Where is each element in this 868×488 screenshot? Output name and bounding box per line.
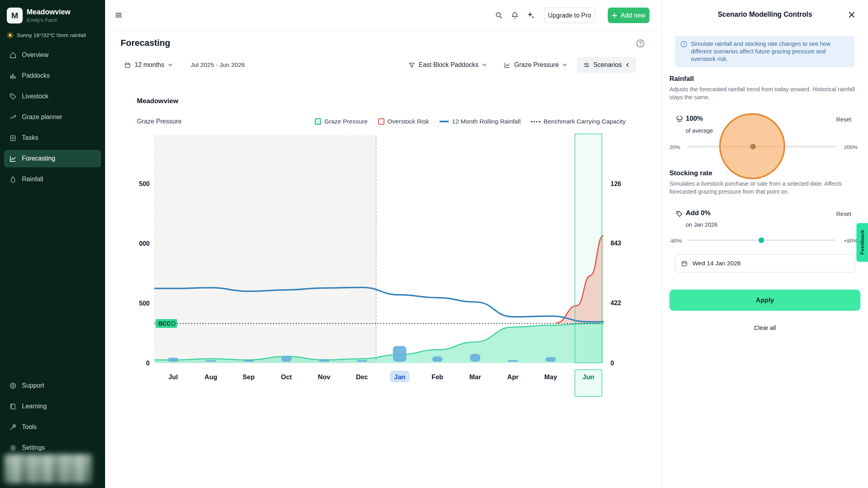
farm-name: Emily's Farm <box>27 17 58 23</box>
sun-icon <box>7 32 14 39</box>
svg-text:843: 843 <box>611 240 621 247</box>
apply-button[interactable]: Apply <box>669 290 860 311</box>
svg-text:Feb: Feb <box>431 373 443 380</box>
svg-text:500: 500 <box>139 180 150 187</box>
sidebar-item-label: Livestock <box>22 93 49 100</box>
rainfall-value-suffix: of average <box>686 127 713 134</box>
rainfall-slider-handle[interactable] <box>750 144 756 149</box>
stocking-value: Add 0% <box>686 209 710 217</box>
sidebar-item-overview[interactable]: Overview <box>4 46 101 64</box>
calendar-icon <box>124 62 131 69</box>
user-profile-redacted[interactable] <box>4 454 92 484</box>
chevron-down-icon <box>562 63 567 67</box>
add-new-label: Add new <box>620 12 645 19</box>
droplet-icon <box>9 176 17 183</box>
chevron-down-icon <box>482 63 487 67</box>
svg-text:422: 422 <box>611 300 621 306</box>
scenarios-label: Scenarios <box>593 61 622 69</box>
page-title: Forecasting <box>121 38 170 48</box>
legend-swatch-red <box>378 118 384 125</box>
info-icon <box>680 41 687 48</box>
app-logo[interactable]: M <box>7 8 23 24</box>
svg-text:Sep: Sep <box>243 373 255 380</box>
date-range-text: Jul 2025 - Jun 2026 <box>191 57 245 73</box>
add-new-button[interactable]: Add new <box>608 8 650 23</box>
legend-label: Overstock Risk <box>388 118 429 125</box>
svg-text:500: 500 <box>139 300 150 307</box>
sidebar-item-paddocks[interactable]: Paddocks <box>4 67 101 84</box>
tag-icon <box>676 210 683 218</box>
sidebar-item-label: Support <box>22 382 44 389</box>
sidebar-item-livestock[interactable]: Livestock <box>4 88 101 105</box>
panel-info-note: Simulate rainfall and stocking rate chan… <box>675 36 855 67</box>
metric-dropdown[interactable]: Graze Pressure <box>500 57 571 73</box>
chart-legend: Graze Pressure Overstock Risk 12 Month R… <box>315 118 626 125</box>
sidebar-item-label: Learning <box>22 403 47 410</box>
svg-text:Dec: Dec <box>356 373 368 380</box>
range-dropdown[interactable]: 12 months <box>120 57 177 73</box>
svg-text:Jun: Jun <box>583 373 594 380</box>
legend-swatch-blue <box>439 121 449 122</box>
sidebar-item-support[interactable]: Support <box>4 377 101 394</box>
sidebar-item-tasks[interactable]: Tasks <box>4 129 101 147</box>
sliders-icon <box>583 62 590 69</box>
rainfall-description: Adjusts the forecasted rainfall trend fr… <box>669 85 856 101</box>
lifebuoy-icon <box>9 382 17 390</box>
sidebar-item-label: Settings <box>22 444 45 451</box>
svg-text:Aug: Aug <box>205 373 217 380</box>
trend-icon <box>9 114 17 121</box>
sidebar-item-label: Rainfall <box>22 176 43 183</box>
svg-text:BCC: BCC <box>158 320 170 327</box>
paddocks-dropdown[interactable]: East Block Paddocks <box>404 57 491 73</box>
sidebar-item-learning[interactable]: Learning <box>4 398 101 415</box>
legend-label: 12 Month Rolling Rainfall <box>452 118 521 125</box>
book-icon <box>9 403 17 410</box>
legend-graze-pressure: Graze Pressure <box>315 118 368 125</box>
search-icon[interactable] <box>492 8 505 22</box>
range-label: 12 months <box>135 61 164 69</box>
rainfall-slider[interactable] <box>687 144 835 149</box>
scenario-panel: Scenario Modelling Controls Simulate rai… <box>661 0 868 488</box>
feedback-tab[interactable]: Feedback <box>856 223 868 262</box>
sidebar-item-label: Tasks <box>22 134 38 141</box>
stocking-reset-button[interactable]: Reset <box>836 211 851 217</box>
stocking-slider-handle[interactable] <box>759 237 764 243</box>
rainfall-value: 100% <box>686 115 703 123</box>
rainfall-reset-button[interactable]: Reset <box>836 116 851 123</box>
tag-icon <box>9 93 17 100</box>
svg-text:Jul: Jul <box>168 373 178 380</box>
upgrade-to-pro-button[interactable]: Upgrade to Pro <box>544 8 595 23</box>
chart-line-icon <box>9 155 17 163</box>
help-icon[interactable] <box>634 37 647 50</box>
chart-farm-title: Meadowview <box>137 97 178 105</box>
clear-all-button[interactable]: Clear all <box>661 324 868 331</box>
stocking-date-field[interactable]: Wed 14 Jan 2026 <box>675 254 855 272</box>
menu-icon[interactable] <box>112 8 125 22</box>
stocking-date-line: on Jan 2026 <box>686 221 718 228</box>
sidebar-item-label: Graze planner <box>22 114 62 121</box>
sidebar-item-label: Forecasting <box>22 155 55 162</box>
stocking-slider[interactable] <box>687 237 835 243</box>
stocking-description: Simulates a livestock purchase or sale f… <box>669 180 856 196</box>
sidebar-item-label: Paddocks <box>22 72 50 79</box>
sidebar-item-graze-planner[interactable]: Graze planner <box>4 108 101 126</box>
sidebar-item-label: Overview <box>22 51 49 59</box>
close-icon[interactable] <box>846 9 858 21</box>
sidebar-item-tools[interactable]: Tools <box>4 418 101 436</box>
scenarios-toggle[interactable]: Scenarios <box>577 57 636 73</box>
legend-label: Benchmark Carrying Capacity <box>544 118 626 125</box>
svg-text:000: 000 <box>139 240 150 247</box>
sidebar-item-forecasting[interactable]: Forecasting <box>4 150 101 167</box>
stocking-date-value: Wed 14 Jan 2026 <box>692 260 741 267</box>
home-icon <box>9 51 17 59</box>
metric-label: Graze Pressure <box>514 61 559 69</box>
svg-text:May: May <box>544 373 558 380</box>
chart-metric-label: Graze Pressure <box>137 118 181 125</box>
sidebar-item-rainfall[interactable]: Rainfall <box>4 171 101 188</box>
bell-icon[interactable] <box>508 8 521 22</box>
weather-summary: Sunny 16°/32°C 0mm rainfall <box>7 32 86 39</box>
svg-text:Apr: Apr <box>507 373 519 380</box>
sparkles-icon[interactable] <box>524 8 538 22</box>
rainfall-slider-max: 200% <box>844 144 858 150</box>
panel-info-text: Simulate rainfall and stocking rate chan… <box>691 41 831 62</box>
